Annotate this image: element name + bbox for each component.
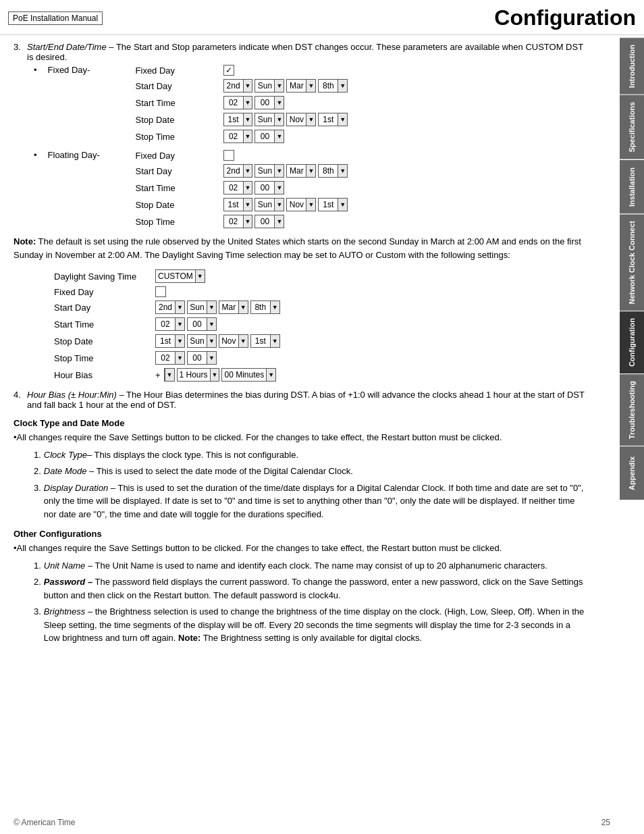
clock-item-3-body: Display Duration – This is used to set t… (44, 481, 586, 521)
dst-custom-dropdown[interactable]: CUSTOM ▼ (155, 269, 205, 283)
item-4-number: 4. (14, 390, 27, 400)
chevron-down-icon: ▼ (338, 165, 347, 177)
sidebar-tab-troubleshooting[interactable]: Troubleshooting (620, 373, 644, 446)
sidebar-tab-configuration[interactable]: Configuration (620, 311, 644, 373)
start-time-controls-1: 02 ▼ 00 ▼ (223, 96, 348, 109)
dst-stop-date-dropdown-c[interactable]: Nov ▼ (219, 334, 248, 348)
chevron-down-icon: ▼ (210, 369, 219, 381)
start-day-controls-2: 2nd ▼ Sun ▼ Mar ▼ 8th ▼ (223, 164, 348, 178)
stop-date-dropdown-2d[interactable]: 1st ▼ (318, 198, 348, 211)
chevron-down-icon: ▼ (175, 352, 184, 364)
sidebar-tab-installation[interactable]: Installation (620, 159, 644, 213)
dst-stop-time-dropdown-b[interactable]: 00 ▼ (187, 351, 217, 365)
start-day-dropdown-2b[interactable]: Sun ▼ (254, 164, 284, 178)
start-day-dropdown-1b[interactable]: Sun ▼ (254, 79, 284, 93)
other-item-2-body: Password – The password field displays t… (44, 575, 586, 602)
dst-start-time-dropdown-a[interactable]: 02 ▼ (155, 317, 185, 331)
dst-fixed-day-label: Fixed Day (54, 287, 155, 297)
chevron-down-icon: ▼ (175, 318, 184, 330)
stop-time-dropdown-2b[interactable]: 00 ▼ (254, 215, 284, 228)
sidebar-tab-specifications[interactable]: Specifications (620, 95, 644, 159)
chevron-down-icon: ▼ (207, 318, 216, 330)
chevron-down-icon: ▼ (175, 301, 184, 313)
other-item-3-body: Brightness – the Brightness selection is… (44, 605, 586, 645)
start-day-dropdown-2a[interactable]: 2nd ▼ (223, 164, 253, 178)
bullet-dot-2: • (34, 150, 37, 160)
start-day-dropdown-1c[interactable]: Mar ▼ (286, 79, 316, 93)
chevron-down-icon: ▼ (274, 215, 284, 228)
dst-fixed-day-checkbox[interactable] (155, 286, 166, 297)
stop-date-dropdown-2c[interactable]: Nov ▼ (286, 198, 316, 211)
start-time-dropdown-2b[interactable]: 00 ▼ (254, 181, 284, 194)
dst-start-day-dropdown-c[interactable]: Mar ▼ (219, 301, 248, 314)
chevron-down-icon: ▼ (207, 301, 216, 313)
dst-start-day-dropdown-d[interactable]: 8th ▼ (250, 301, 280, 314)
start-time-dropdown-1b[interactable]: 00 ▼ (254, 96, 284, 109)
stop-time-dropdown-1b[interactable]: 00 ▼ (254, 130, 284, 143)
item-3-content: Start/End Date/Time – The Start and Stop… (27, 42, 586, 62)
stop-date-dropdown-2b[interactable]: Sun ▼ (254, 198, 284, 211)
stop-date-dropdown-1c[interactable]: Nov ▼ (286, 113, 316, 126)
chevron-down-icon: ▼ (338, 113, 347, 126)
dst-hour-bias-sign-dropdown[interactable]: ▼ (164, 368, 175, 382)
clock-item-2-body: Date Mode – This is used to select the d… (44, 465, 353, 478)
stop-date-dropdown-1a[interactable]: 1st ▼ (223, 113, 253, 126)
item-3-number: 3. (14, 42, 27, 52)
main-content: 3. Start/End Date/Time – The Start and S… (0, 35, 620, 655)
dst-stop-date-label: Stop Date (54, 336, 155, 346)
start-time-dropdown-1a[interactable]: 02 ▼ (223, 96, 253, 109)
start-day-dropdown-1d[interactable]: 8th ▼ (318, 79, 348, 93)
other-item-3-num: 3. (34, 605, 41, 645)
stop-date-label-2: Stop Date (136, 200, 223, 210)
other-item-1-body: Unit Name – The Unit Name is used to nam… (44, 559, 547, 573)
chevron-down-icon: ▼ (207, 352, 216, 364)
start-time-dropdown-2a[interactable]: 02 ▼ (223, 181, 253, 194)
start-day-dropdown-2d[interactable]: 8th ▼ (318, 164, 348, 178)
dst-start-time-dropdown-b[interactable]: 00 ▼ (187, 317, 217, 331)
chevron-down-icon: ▼ (243, 80, 252, 92)
other-section-intro: •All changes require the Save Settings b… (14, 542, 586, 555)
fixed-day-section: • Fixed Day- Fixed Day ✓ Start Day 2nd ▼… (34, 65, 586, 143)
dst-start-day-dropdown-a[interactable]: 2nd ▼ (155, 301, 185, 314)
floating-fixed-day-checkbox[interactable] (223, 150, 234, 161)
manual-title: PoE Installation Manual (13, 14, 98, 23)
chevron-down-icon: ▼ (243, 165, 252, 177)
dst-hour-bias-label: Hour Bias (54, 370, 155, 380)
stop-date-dropdown-1d[interactable]: 1st ▼ (318, 113, 348, 126)
fixed-day-checkbox[interactable]: ✓ (223, 65, 234, 76)
stop-time-dropdown-2a[interactable]: 02 ▼ (223, 215, 253, 228)
dst-stop-date-dropdown-a[interactable]: 1st ▼ (155, 334, 185, 348)
dst-stop-time-controls: 02 ▼ 00 ▼ (155, 351, 586, 365)
dst-hour-bias-hours-dropdown[interactable]: 1 Hours ▼ (177, 368, 220, 382)
dst-stop-time-dropdown-a[interactable]: 02 ▼ (155, 351, 185, 365)
dst-stop-date-dropdown-d[interactable]: 1st ▼ (250, 334, 280, 348)
stop-date-label-1: Stop Date (136, 115, 223, 125)
stop-date-dropdown-1b[interactable]: Sun ▼ (254, 113, 284, 126)
chevron-down-icon: ▼ (274, 165, 284, 177)
dst-start-time-label: Start Time (54, 319, 155, 330)
dst-hour-bias-minutes-dropdown[interactable]: 00 Minutes ▼ (221, 368, 276, 382)
chevron-down-icon: ▼ (243, 97, 252, 109)
chevron-down-icon: ▼ (238, 335, 248, 347)
chevron-down-icon: ▼ (338, 80, 347, 92)
sidebar-tab-appendix[interactable]: Appendix (620, 446, 644, 500)
clock-section-heading: Clock Type and Date Mode (14, 418, 586, 428)
dst-grid: Daylight Saving Time CUSTOM ▼ Fixed Day … (54, 269, 586, 382)
floating-day-label: Floating Day- (48, 150, 122, 160)
dst-stop-date-dropdown-b[interactable]: Sun ▼ (187, 334, 217, 348)
dst-dst-label: Daylight Saving Time (54, 271, 155, 282)
other-item-2-num: 2. (34, 575, 41, 602)
stop-time-dropdown-1a[interactable]: 02 ▼ (223, 130, 253, 143)
start-day-dropdown-1a[interactable]: 2nd ▼ (223, 79, 253, 93)
sidebar-tab-network[interactable]: Network Clock Connect (620, 213, 644, 311)
other-item-3: 3. Brightness – the Brightness selection… (34, 605, 586, 645)
stop-date-dropdown-2a[interactable]: 1st ▼ (223, 198, 253, 211)
note-paragraph: Note: The default is set using the rule … (14, 235, 586, 261)
footer-copyright: © American Time (14, 818, 76, 827)
dst-start-day-dropdown-b[interactable]: Sun ▼ (187, 301, 217, 314)
start-day-dropdown-2c[interactable]: Mar ▼ (286, 164, 316, 178)
start-day-controls-1: 2nd ▼ Sun ▼ Mar ▼ 8th ▼ (223, 79, 348, 93)
dst-section: Daylight Saving Time CUSTOM ▼ Fixed Day … (54, 269, 586, 382)
item-3-row: 3. Start/End Date/Time – The Start and S… (14, 42, 586, 62)
sidebar-tab-introduction[interactable]: Introduction (620, 37, 644, 95)
